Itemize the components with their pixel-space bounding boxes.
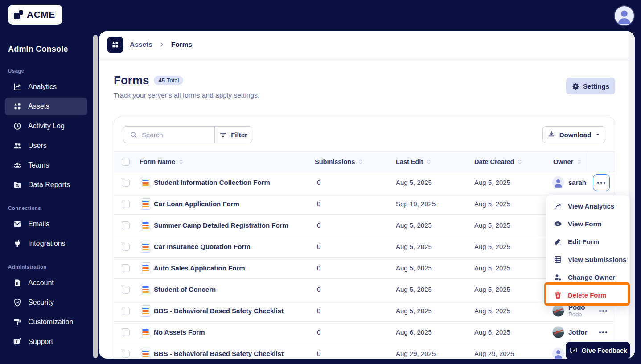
date-created-value: Aug 5, 2025 [474, 193, 510, 214]
table-row: No Assets Form0Aug 6, 2025Aug 6, 2025Jot… [114, 322, 615, 343]
menu-item-label: Edit Form [568, 238, 599, 245]
sidebar-item-emails[interactable]: Emails [5, 215, 87, 233]
menu-item-label: View Submissions [568, 256, 626, 263]
submissions-value: 0 [317, 322, 320, 343]
activity-log-icon [13, 122, 22, 131]
sort-icon [426, 159, 432, 165]
search-input[interactable] [142, 131, 209, 139]
customization-icon [13, 318, 22, 327]
column-header-form-name[interactable]: Form Name [140, 152, 184, 172]
sidebar-item-security[interactable]: Security [5, 294, 87, 311]
sidebar-item-label: Teams [28, 161, 49, 169]
select-all-checkbox[interactable] [122, 158, 130, 166]
row-checkbox[interactable] [122, 350, 130, 358]
last-edit-value: Aug 6, 2025 [396, 322, 432, 343]
submissions-value: 0 [317, 215, 320, 236]
download-button[interactable]: Download [542, 126, 605, 143]
sidebar-item-activity-log[interactable]: Activity Log [5, 117, 87, 135]
row-checkbox[interactable] [122, 243, 130, 251]
chevron-right-icon [159, 41, 165, 48]
form-name: Car Loan Application Form [154, 193, 239, 214]
owner-cell: Jotform [552, 322, 588, 343]
sidebar: Admin Console UsageAnalyticsAssetsActivi… [0, 31, 92, 364]
sidebar-item-assets[interactable]: Assets [5, 98, 87, 115]
assets-breadcrumb-icon [107, 37, 123, 53]
sidebar-item-integrations[interactable]: Integrations [5, 235, 87, 253]
sidebar-item-teams[interactable]: Teams [5, 156, 87, 174]
sidebar-item-label: Integrations [28, 240, 66, 248]
breadcrumb-assets-link[interactable]: Assets [130, 41, 152, 49]
filter-button[interactable]: Filter [215, 127, 252, 143]
row-checkbox[interactable] [122, 200, 130, 208]
integrations-icon [13, 239, 22, 248]
assets-icon [13, 102, 22, 111]
sidebar-scrollbar[interactable] [93, 35, 98, 358]
sidebar-item-label: Activity Log [28, 122, 65, 130]
sidebar-item-data-reports[interactable]: Data Reports [5, 176, 87, 194]
table-row: Summer Camp Detailed Registration Form0A… [114, 215, 615, 236]
search-box[interactable] [123, 127, 215, 143]
row-checkbox[interactable] [122, 179, 130, 187]
last-edit-value: Sep 10, 2025 [396, 193, 436, 214]
row-checkbox[interactable] [122, 221, 130, 229]
sidebar-item-users[interactable]: Users [5, 137, 87, 155]
form-icon [140, 327, 151, 338]
data-reports-icon [13, 180, 22, 189]
owner-avatar [552, 326, 564, 338]
sidebar-item-analytics[interactable]: Analytics [5, 78, 87, 96]
page-title: Forms [114, 74, 149, 87]
sidebar-section-label: Administration [8, 264, 84, 270]
settings-button[interactable]: Settings [566, 78, 615, 94]
row-checkbox[interactable] [122, 307, 130, 315]
row-checkbox[interactable] [122, 286, 130, 294]
column-header-label: Form Name [140, 158, 175, 165]
row-checkbox[interactable] [122, 328, 130, 336]
submissions-value: 0 [317, 236, 320, 257]
content-scrollbar-track [629, 31, 635, 359]
column-header-last-edit[interactable]: Last Edit [396, 152, 432, 172]
sidebar-item-support[interactable]: ?Support [5, 333, 87, 351]
submissions-value: 0 [317, 172, 320, 193]
table-row: BBS - Behavioral Based Safety Checklist0… [114, 343, 615, 359]
submissions-value: 0 [317, 193, 320, 214]
column-header-submissions[interactable]: Submissions [315, 152, 364, 172]
table-row: Car Loan Application Form0Sep 10, 2025Au… [114, 193, 615, 215]
menu-item-view-analytics[interactable]: View Analytics [546, 197, 629, 215]
settings-label: Settings [583, 82, 609, 90]
row-actions-button[interactable] [593, 174, 610, 191]
row-checkbox[interactable] [122, 264, 130, 272]
menu-item-view-form[interactable]: View Form [546, 215, 629, 233]
submissions-value: 0 [317, 300, 320, 321]
menu-item-delete-form[interactable]: Delete Form [546, 286, 629, 304]
total-count-badge: 45 Total [154, 76, 183, 85]
form-name: Auto Sales Application Form [154, 258, 245, 278]
give-feedback-button[interactable]: Give Feedback [566, 342, 630, 360]
date-created-value: Aug 5, 2025 [474, 279, 510, 300]
column-header-date-created[interactable]: Date Created [474, 152, 523, 172]
menu-item-change-owner[interactable]: Change Owner [546, 268, 629, 286]
row-context-menu: View AnalyticsView FormEdit FormView Sub… [546, 195, 630, 306]
acme-logo-icon [13, 9, 24, 20]
feedback-label: Give Feedback [582, 347, 627, 354]
acme-logo[interactable]: ACME [8, 5, 62, 25]
form-icon [140, 177, 151, 188]
menu-item-edit-form[interactable]: Edit Form [546, 233, 629, 250]
date-created-value: Aug 29, 2025 [474, 343, 514, 359]
row-actions-button[interactable] [595, 322, 612, 343]
sidebar-item-customization[interactable]: Customization [5, 313, 87, 331]
menu-item-view-submissions[interactable]: View Submissions [546, 250, 629, 268]
sidebar-item-account[interactable]: $Account [5, 274, 87, 292]
sort-icon [517, 159, 523, 165]
download-label: Download [559, 131, 592, 139]
menu-item-label: Change Owner [568, 274, 615, 281]
submissions-value: 0 [317, 343, 320, 359]
sidebar-section-label: Usage [8, 68, 84, 74]
menu-item-label: View Analytics [568, 202, 614, 210]
sidebar-item-label: Emails [28, 220, 49, 228]
form-icon [140, 220, 151, 231]
column-header-owner[interactable]: Owner [553, 152, 582, 172]
form-name: No Assets Form [154, 322, 205, 343]
teams-icon [13, 161, 22, 170]
user-avatar[interactable] [614, 5, 635, 26]
form-icon [140, 284, 151, 295]
